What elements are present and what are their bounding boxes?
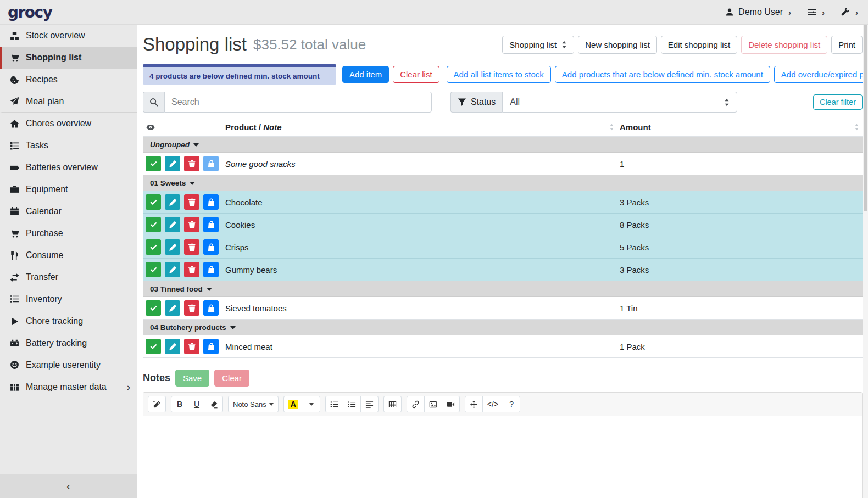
delete-item-button[interactable]	[184, 339, 199, 354]
sort-icon[interactable]	[854, 124, 859, 131]
mark-done-button[interactable]	[146, 262, 161, 277]
new-shopping-list-button[interactable]: New shopping list	[578, 36, 657, 54]
edit-shopping-list-button[interactable]: Edit shopping list	[661, 36, 737, 54]
eye-icon[interactable]	[146, 123, 155, 132]
print-button[interactable]: Print	[831, 36, 863, 54]
save-notes-button[interactable]: Save	[175, 370, 209, 387]
add-to-stock-button[interactable]	[203, 262, 219, 277]
delete-shopping-list-button[interactable]: Delete shopping list	[741, 36, 827, 54]
sidebar-item-calendar[interactable]: Calendar	[0, 200, 137, 222]
add-to-stock-button[interactable]	[203, 300, 219, 316]
sidebar-item-example-userentity[interactable]: Example userentity	[0, 354, 137, 376]
ordered-list-button[interactable]	[343, 396, 361, 412]
scrollbar-track[interactable]	[863, 25, 868, 498]
boxes-icon	[9, 31, 20, 41]
add-overdue-products-button[interactable]: Add overdue/expired products	[774, 66, 868, 83]
sidebar-item-batteries-overview[interactable]: Batteries overview	[0, 156, 137, 178]
delete-item-button[interactable]	[184, 239, 199, 255]
edit-item-button[interactable]	[165, 194, 180, 210]
insert-video-button[interactable]	[442, 396, 460, 412]
bold-button[interactable]: B	[171, 396, 188, 412]
user-menu[interactable]: Demo User ›	[725, 7, 791, 17]
sidebar-item-inventory[interactable]: Inventory	[0, 288, 137, 310]
color-dropdown-button[interactable]	[303, 396, 320, 412]
eraser-button[interactable]	[205, 396, 223, 412]
notes-editor[interactable]	[143, 416, 862, 498]
sidebar-item-stock-overview[interactable]: Stock overview	[0, 25, 137, 47]
sidebar-item-recipes[interactable]: Recipes	[0, 69, 137, 91]
clear-list-button[interactable]: Clear list	[393, 66, 439, 83]
add-to-stock-button[interactable]	[203, 339, 219, 354]
add-to-stock-button[interactable]	[203, 194, 219, 210]
text-color-button[interactable]: A	[283, 396, 303, 412]
add-to-stock-button[interactable]	[203, 156, 219, 171]
product-name: Sieved tomatoes	[225, 304, 620, 313]
add-to-stock-button[interactable]	[203, 239, 219, 255]
search-input[interactable]	[164, 92, 432, 113]
sidebar-item-label: Recipes	[26, 75, 58, 85]
mark-done-button[interactable]	[146, 156, 161, 171]
mark-done-button[interactable]	[146, 217, 161, 232]
fullscreen-button[interactable]	[465, 396, 483, 412]
sort-icon[interactable]	[609, 124, 614, 131]
insert-picture-button[interactable]	[424, 396, 442, 412]
total-value: $35.52 total value	[253, 36, 366, 53]
sidebar-item-shopping-list[interactable]: Shopping list	[0, 47, 137, 69]
settings-menu[interactable]: ›	[808, 8, 825, 17]
clear-filter-button[interactable]: Clear filter	[813, 94, 863, 110]
help-button[interactable]: ?	[503, 396, 520, 412]
unordered-list-button[interactable]	[325, 396, 343, 412]
admin-menu[interactable]: ›	[841, 8, 858, 17]
sidebar-item-manage-master-data[interactable]: Manage master data›	[0, 376, 137, 398]
paragraph-align-button[interactable]	[360, 396, 379, 412]
mark-done-button[interactable]	[146, 194, 161, 210]
page-title: Shopping list	[143, 34, 247, 55]
add-item-button[interactable]: Add item	[342, 66, 389, 83]
sidebar-item-purchase[interactable]: Purchase	[0, 222, 137, 244]
sidebar-item-chores-overview[interactable]: Chores overview	[0, 113, 137, 135]
edit-item-button[interactable]	[165, 339, 180, 354]
sidebar-collapse-button[interactable]: ‹	[0, 474, 137, 498]
edit-item-button[interactable]	[165, 217, 180, 232]
edit-item-button[interactable]	[165, 262, 180, 277]
delete-item-button[interactable]	[184, 217, 199, 232]
add-all-to-stock-button[interactable]: Add all list items to stock	[447, 66, 551, 83]
codeview-button[interactable]: </>	[482, 396, 503, 412]
edit-item-button[interactable]	[165, 300, 180, 316]
clear-notes-button[interactable]: Clear	[214, 370, 249, 387]
group-header-butchery-products[interactable]: 04 Butchery products	[143, 320, 863, 335]
sidebar-item-meal-plan[interactable]: Meal plan	[0, 91, 137, 113]
insert-table-button[interactable]	[383, 396, 402, 412]
delete-item-button[interactable]	[184, 156, 199, 171]
delete-item-button[interactable]	[184, 262, 199, 277]
grocy-logo[interactable]: grocy	[8, 3, 136, 21]
group-header-tinned-food[interactable]: 03 Tinned food	[143, 281, 863, 297]
mark-done-button[interactable]	[146, 300, 161, 316]
shopping-list-select[interactable]: Shopping list	[502, 36, 574, 54]
sidebar-item-transfer[interactable]: Transfer	[0, 266, 137, 288]
status-select[interactable]: All	[502, 92, 737, 113]
group-header-ungrouped[interactable]: Ungrouped	[143, 137, 863, 153]
caret-down-icon	[193, 143, 199, 147]
delete-item-button[interactable]	[184, 194, 199, 210]
mark-done-button[interactable]	[146, 339, 161, 354]
scrollbar-thumb[interactable]	[864, 25, 867, 211]
sidebar-item-consume[interactable]: Consume	[0, 244, 137, 266]
add-to-stock-button[interactable]	[203, 217, 219, 232]
sidebar-item-equipment[interactable]: Equipment	[0, 178, 137, 200]
add-below-min-stock-button[interactable]: Add products that are below defined min.…	[555, 66, 770, 83]
delete-item-button[interactable]	[184, 300, 199, 316]
insert-link-button[interactable]	[407, 396, 425, 412]
font-family-select[interactable]: Noto Sans	[228, 396, 279, 412]
edit-item-button[interactable]	[165, 239, 180, 255]
chevron-right-icon: ›	[127, 382, 130, 393]
sidebar-item-chore-tracking[interactable]: Chore tracking	[0, 310, 137, 332]
table-header: Product / Note Amount	[143, 119, 863, 137]
sidebar-item-tasks[interactable]: Tasks	[0, 135, 137, 156]
style-magic-button[interactable]	[148, 396, 166, 412]
underline-button[interactable]: U	[188, 396, 205, 412]
group-header-sweets[interactable]: 01 Sweets	[143, 175, 863, 191]
edit-item-button[interactable]	[165, 156, 180, 171]
sidebar-item-battery-tracking[interactable]: Battery tracking	[0, 332, 137, 354]
mark-done-button[interactable]	[146, 239, 161, 255]
